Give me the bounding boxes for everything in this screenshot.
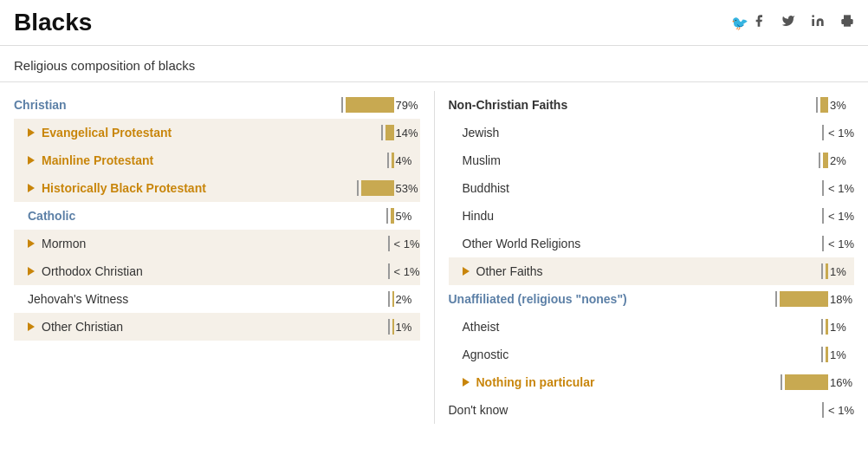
row-value-text: 18% (828, 293, 854, 306)
value-line (387, 153, 389, 168)
row-label-text: Atheist (463, 320, 500, 334)
row-value: 2% (785, 153, 854, 168)
value-line (388, 263, 390, 279)
table-row: Don't know< 1% (449, 396, 855, 424)
row-value-text: 1% (828, 265, 854, 278)
twitter-icon[interactable] (781, 14, 795, 31)
expand-arrow-icon[interactable] (28, 128, 35, 137)
table-row: Evangelical Protestant14% (14, 119, 420, 146)
print-icon[interactable] (840, 14, 854, 31)
expand-arrow-icon[interactable] (28, 267, 35, 276)
value-line (388, 319, 390, 335)
row-value-text: 3% (828, 99, 854, 112)
value-line (357, 180, 359, 196)
svg-rect-1 (844, 22, 851, 26)
share-icons: 🐦 (731, 14, 854, 31)
table-row: Other Christian1% (14, 313, 420, 341)
row-value-text: 1% (828, 321, 854, 334)
value-line (381, 125, 383, 140)
value-bar (785, 374, 828, 390)
chart-content: Christian79%Evangelical Protestant14%Mai… (0, 82, 868, 432)
table-row: Hindu< 1% (449, 202, 855, 230)
row-value-text: < 1% (826, 237, 854, 250)
value-line (822, 402, 824, 418)
row-value: < 1% (785, 208, 854, 224)
row-label-text: Don't know (449, 403, 508, 417)
value-line (821, 319, 823, 335)
right-column: Non-Christian Faiths3%Jewish< 1%Muslim2%… (435, 91, 869, 424)
row-label-text: Agnostic (463, 348, 509, 361)
row-value: 79% (341, 97, 420, 113)
row-value-text: 2% (394, 293, 420, 306)
row-value-text: < 1% (826, 182, 854, 195)
row-value-text: 2% (828, 154, 854, 167)
row-value: 3% (785, 97, 854, 113)
table-row: Other World Religions< 1% (449, 230, 855, 257)
table-row: Nothing in particular16% (449, 368, 855, 396)
row-value: 53% (351, 180, 420, 196)
row-label-text: Christian (14, 98, 67, 112)
row-value-text: < 1% (826, 404, 854, 417)
expand-arrow-icon[interactable] (28, 156, 35, 165)
row-label-text: Unaffiliated (religious "nones") (449, 292, 627, 306)
row-label-text: Mainline Protestant (42, 153, 153, 167)
table-row: Jehovah's Witness2% (14, 285, 420, 313)
row-value: 1% (351, 319, 420, 335)
row-value-text: < 1% (826, 127, 854, 140)
value-line (386, 208, 388, 224)
row-label-text: Jewish (463, 126, 500, 140)
row-value: < 1% (351, 263, 420, 279)
expand-arrow-icon[interactable] (463, 378, 470, 387)
table-row: Agnostic1% (449, 341, 855, 368)
table-row: Mormon< 1% (14, 230, 420, 257)
table-row: Atheist1% (449, 313, 855, 341)
row-value-text: < 1% (826, 210, 854, 223)
value-line (821, 347, 823, 362)
row-value-text: 16% (828, 376, 854, 389)
chart-subtitle: Religious composition of blacks (0, 46, 868, 82)
row-value-text: 53% (394, 182, 420, 195)
row-label-text: Non-Christian Faiths (449, 98, 568, 112)
row-label-text: Nothing in particular (476, 375, 595, 389)
expand-arrow-icon[interactable] (28, 184, 35, 192)
row-value-text: 5% (394, 210, 420, 223)
value-bar (361, 180, 394, 196)
value-line (341, 97, 343, 113)
row-value-text: 14% (394, 127, 420, 140)
table-row: Non-Christian Faiths3% (449, 91, 855, 119)
table-row: Other Faiths1% (449, 257, 855, 285)
row-value: 18% (775, 291, 854, 307)
left-column: Christian79%Evangelical Protestant14%Mai… (0, 91, 435, 424)
value-bar (346, 97, 394, 113)
row-value-text: 4% (394, 154, 420, 167)
row-label-text: Orthodox Christian (42, 264, 143, 278)
table-row: Muslim2% (449, 146, 855, 174)
page-header: Blacks 🐦 (0, 0, 868, 46)
value-line (775, 291, 777, 307)
table-row: Jewish< 1% (449, 119, 855, 146)
row-value: 1% (785, 319, 854, 335)
row-value: 4% (351, 153, 420, 168)
value-bar (385, 125, 394, 140)
value-line (822, 208, 824, 224)
table-row: Christian79% (14, 91, 420, 119)
value-line (781, 374, 782, 390)
facebook-icon[interactable]: 🐦 (731, 14, 766, 31)
row-label-text: Other Faiths (476, 264, 543, 278)
value-bar (820, 97, 828, 113)
row-label-text: Other Christian (42, 320, 123, 334)
expand-arrow-icon[interactable] (28, 239, 35, 248)
linkedin-icon[interactable] (811, 14, 825, 31)
row-value: 14% (351, 125, 420, 140)
row-value-text: 1% (394, 321, 420, 334)
table-row: Catholic5% (14, 202, 420, 230)
svg-point-0 (812, 15, 814, 17)
expand-arrow-icon[interactable] (463, 267, 470, 276)
row-value: < 1% (785, 236, 854, 251)
value-line (821, 263, 823, 279)
expand-arrow-icon[interactable] (28, 322, 35, 331)
row-label-text: Mormon (42, 237, 86, 250)
value-bar (780, 291, 828, 307)
table-row: Mainline Protestant4% (14, 146, 420, 174)
row-value: 1% (785, 347, 854, 362)
